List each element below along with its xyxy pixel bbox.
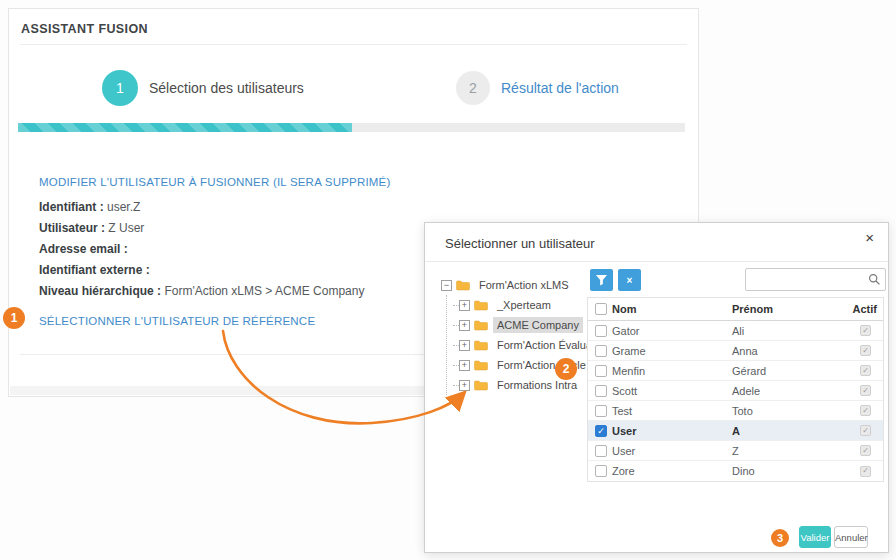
table-header: Nom Prénom Actif [588, 298, 883, 321]
folder-icon [456, 280, 470, 291]
field-label: Adresse email : [39, 242, 128, 256]
dialog-title: Sélectionner un utilisateur [445, 236, 595, 251]
folder-icon [474, 360, 488, 371]
column-nom: Nom [612, 303, 732, 315]
field-label: Niveau hiérarchique : [39, 284, 161, 298]
cell-prenom: Dino [732, 465, 848, 477]
row-checkbox[interactable] [595, 365, 607, 377]
row-checkbox[interactable] [595, 465, 607, 477]
field-utilisateur: Utilisateur : Z User [39, 218, 364, 239]
cell-nom: Grame [612, 345, 732, 357]
modify-user-link[interactable]: MODIFIER L'UTILISATEUR À FUSIONNER (IL S… [39, 176, 390, 188]
actif-checkbox: ✓ [860, 445, 871, 456]
header-divider [20, 44, 687, 45]
step-badge-3: 3 [771, 529, 789, 547]
actif-checkbox: ✓ [860, 325, 871, 336]
progress-bar-track [18, 123, 685, 132]
cancel-button[interactable]: Annuler [834, 526, 868, 548]
table-row[interactable]: UserZ✓ [588, 441, 883, 461]
table-row[interactable]: GrameAnna✓ [588, 341, 883, 361]
cell-nom: Gator [612, 325, 732, 337]
table-row[interactable]: ✓UserA✓ [588, 421, 883, 441]
field-label: Identifiant externe : [39, 263, 150, 277]
folder-icon [474, 300, 488, 311]
cell-nom: Menfin [612, 365, 732, 377]
tree-node-root[interactable]: − Form'Action xLMS [441, 275, 614, 295]
cell-prenom: Adele [732, 385, 848, 397]
actif-checkbox: ✓ [860, 425, 871, 436]
clear-filter-button[interactable]: × [618, 269, 641, 291]
cell-nom: Scott [612, 385, 732, 397]
table-row[interactable]: TestToto✓ [588, 401, 883, 421]
row-checkbox[interactable] [595, 345, 607, 357]
expand-icon[interactable]: + [459, 320, 470, 331]
users-table: Nom Prénom Actif GatorAli✓GrameAnna✓Menf… [587, 297, 884, 482]
cell-prenom: Ali [732, 325, 848, 337]
expand-icon[interactable]: + [459, 360, 470, 371]
search-icon [868, 273, 881, 286]
folder-icon [474, 320, 488, 331]
cell-prenom: Toto [732, 405, 848, 417]
cell-nom: User [612, 425, 732, 437]
cell-prenom: Z [732, 445, 848, 457]
step-1-label: Sélection des utilisateurs [149, 80, 304, 96]
progress-bar-fill [18, 123, 352, 132]
step-badge-2: 2 [555, 358, 577, 380]
field-label: Identifiant : [39, 200, 104, 214]
field-adresse-email: Adresse email : [39, 239, 364, 260]
tree-node-label[interactable]: Form'Action xLMS [475, 277, 573, 293]
field-identifiant: Identifiant : user.Z [39, 197, 364, 218]
row-checkbox[interactable]: ✓ [595, 425, 607, 437]
field-value: user.Z [107, 200, 140, 214]
column-actif: Actif [853, 303, 877, 315]
actif-checkbox: ✓ [860, 405, 871, 416]
collapse-icon[interactable]: − [441, 280, 452, 291]
search-box [745, 268, 886, 291]
folder-icon [474, 340, 488, 351]
row-checkbox[interactable] [595, 405, 607, 417]
row-checkbox[interactable] [595, 445, 607, 457]
wizard-step-2: 2 Résultat de l'action [456, 71, 619, 105]
table-row[interactable]: ZoreDino✓ [588, 461, 883, 481]
actif-checkbox: ✓ [860, 385, 871, 396]
validate-button[interactable]: Valider [799, 526, 831, 548]
select-all-checkbox[interactable] [595, 303, 607, 315]
cell-nom: Test [612, 405, 732, 417]
field-identifiant-externe: Identifiant externe : [39, 260, 364, 281]
close-icon[interactable]: × [865, 229, 874, 247]
actif-checkbox: ✓ [860, 466, 871, 477]
expand-icon[interactable]: + [459, 340, 470, 351]
select-user-dialog: Sélectionner un utilisateur × − Form'Act… [424, 222, 889, 553]
select-reference-user-link[interactable]: SÉLECTIONNER L'UTILISATEUR DE RÉFÉRENCE [39, 315, 315, 327]
row-checkbox[interactable] [595, 325, 607, 337]
funnel-icon [596, 275, 607, 286]
tree-node-label[interactable]: _Xperteam [493, 297, 555, 313]
actif-checkbox: ✓ [860, 345, 871, 356]
cell-prenom: Gérard [732, 365, 848, 377]
cell-nom: Zore [612, 465, 732, 477]
step-1-circle: 1 [102, 70, 138, 106]
row-checkbox[interactable] [595, 385, 607, 397]
cell-nom: User [612, 445, 732, 457]
tree-node-label[interactable]: ACME Company [493, 317, 583, 333]
table-row[interactable]: ScottAdele✓ [588, 381, 883, 401]
dialog-header-divider [425, 261, 888, 262]
field-value: Form'Action xLMS > ACME Company [164, 284, 364, 298]
field-label: Utilisateur : [39, 221, 105, 235]
table-row[interactable]: MenfinGérard✓ [588, 361, 883, 381]
step-2-label: Résultat de l'action [501, 80, 619, 96]
table-row[interactable]: GatorAli✓ [588, 321, 883, 341]
step-2-circle: 2 [456, 71, 490, 105]
expand-icon[interactable]: + [459, 380, 470, 391]
actif-checkbox: ✓ [860, 365, 871, 376]
search-input[interactable] [745, 268, 886, 291]
cell-prenom: A [732, 425, 848, 437]
wizard-step-1: 1 Sélection des utilisateurs [102, 70, 304, 106]
page-title: ASSISTANT FUSION [21, 22, 148, 36]
user-details: Identifiant : user.Z Utilisateur : Z Use… [39, 197, 364, 302]
column-prenom: Prénom [732, 303, 853, 315]
filter-button[interactable] [590, 269, 613, 291]
table-body: GatorAli✓GrameAnna✓MenfinGérard✓ScottAde… [588, 321, 883, 481]
expand-icon[interactable]: + [459, 300, 470, 311]
step-badge-1: 1 [3, 307, 25, 329]
